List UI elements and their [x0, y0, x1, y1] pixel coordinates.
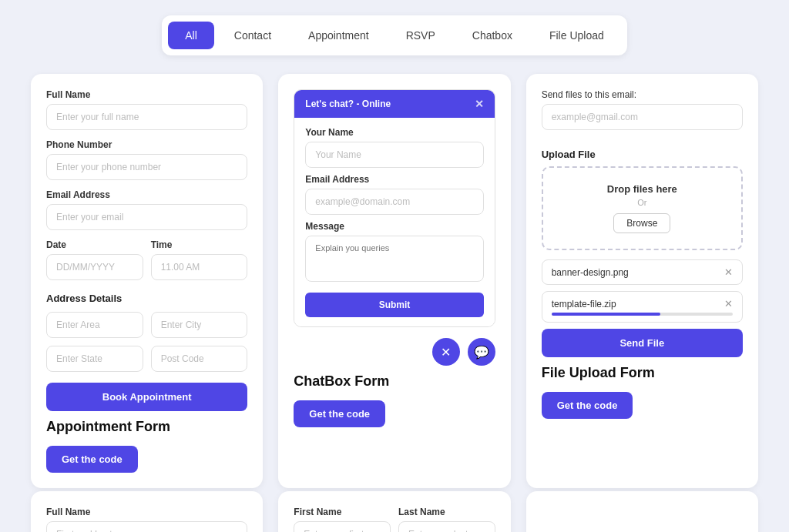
tab-chatbox[interactable]: Chatbox — [455, 22, 529, 49]
chatbox-body: Your Name Email Address Message Submit — [294, 118, 494, 326]
bottom-fullname-input[interactable] — [46, 521, 247, 532]
bottom-firstname-input[interactable] — [294, 521, 391, 532]
progress-bar-bg — [552, 313, 733, 316]
chatbox-close-bubble[interactable]: ✕ — [432, 338, 460, 366]
email-input[interactable] — [46, 204, 247, 230]
chatbox-message-input[interactable] — [305, 236, 483, 282]
chat-icon: 💬 — [474, 345, 489, 360]
phone-label: Phone Number — [46, 139, 247, 150]
tab-appointment[interactable]: Appointment — [291, 22, 386, 49]
chatbox-widget: Let's chat? - Online ✕ Your Name Email A… — [294, 89, 495, 327]
chatbox-message-label: Message — [305, 221, 483, 232]
bottom-name-row: First Name Last Name — [294, 507, 495, 532]
tab-bar: All Contact Appointment RSVP Chatbox Fil… — [31, 15, 758, 55]
chatbox-name-input[interactable] — [305, 142, 483, 168]
fileupload-get-code-button[interactable]: Get the code — [542, 392, 633, 419]
state-postcode-row — [46, 346, 247, 372]
book-appointment-button[interactable]: Book Appointment — [46, 383, 247, 411]
fileupload-form-title: File Upload Form — [542, 365, 743, 381]
area-city-row — [46, 312, 247, 338]
bottom-card-1: Full Name Email Address — [31, 491, 263, 532]
date-label: Date — [46, 239, 143, 250]
browse-button[interactable]: Browse — [613, 213, 670, 233]
send-email-input[interactable] — [542, 104, 743, 130]
appointment-get-code-button[interactable]: Get the code — [46, 446, 138, 473]
cards-grid: Full Name Phone Number Email Address Dat… — [31, 74, 758, 488]
bottom-fullname-label: Full Name — [46, 507, 247, 517]
drop-zone[interactable]: Drop files here Or Browse — [542, 166, 743, 250]
chatbox-header: Let's chat? - Online ✕ — [294, 90, 494, 118]
address-section-title: Address Details — [46, 293, 247, 304]
send-file-button[interactable]: Send File — [542, 329, 743, 357]
chatbox-email-label: Email Address — [305, 174, 483, 185]
date-time-row: Date Time — [46, 239, 247, 289]
x-icon: ✕ — [441, 345, 451, 360]
phone-input[interactable] — [46, 154, 247, 180]
date-input[interactable] — [46, 254, 143, 280]
appointment-card: Full Name Phone Number Email Address Dat… — [31, 74, 263, 488]
chatbox-name-label: Your Name — [305, 127, 483, 138]
state-input[interactable] — [46, 346, 143, 372]
file2-remove-icon[interactable]: ✕ — [724, 298, 733, 309]
email-label: Email Address — [46, 189, 247, 200]
tab-container: All Contact Appointment RSVP Chatbox Fil… — [162, 15, 627, 55]
tab-all[interactable]: All — [168, 22, 214, 49]
progress-bar-fill — [552, 313, 660, 316]
area-input[interactable] — [46, 312, 143, 338]
bottom-firstname-label: First Name — [294, 507, 391, 517]
page-wrapper: All Contact Appointment RSVP Chatbox Fil… — [0, 0, 789, 532]
chatbox-bubbles: ✕ 💬 — [294, 338, 495, 366]
chatbox-form-title: ChatBox Form — [294, 373, 495, 390]
fullname-input[interactable] — [46, 104, 247, 130]
postcode-input[interactable] — [151, 346, 248, 372]
file-item-2: template-file.zip ✕ — [542, 291, 743, 323]
appointment-form-title: Appointment Form — [46, 419, 247, 435]
fileupload-card: Send files to this email: Upload File Dr… — [526, 74, 758, 488]
chatbox-close-icon[interactable]: ✕ — [475, 98, 484, 110]
chatbox-card: Let's chat? - Online ✕ Your Name Email A… — [278, 74, 510, 488]
time-input[interactable] — [151, 254, 248, 280]
chatbox-header-title: Let's chat? - Online — [305, 99, 391, 109]
chatbox-chat-bubble[interactable]: 💬 — [468, 338, 495, 366]
drop-or-text: Or — [559, 198, 726, 207]
file1-remove-icon[interactable]: ✕ — [724, 266, 733, 278]
time-label: Time — [151, 239, 248, 250]
bottom-card-3 — [526, 491, 758, 532]
bottom-grid: Full Name Email Address First Name Last … — [31, 491, 758, 532]
file-item-1: banner-design.png ✕ — [542, 259, 743, 285]
bottom-lastname-input[interactable] — [398, 521, 495, 532]
chatbox-email-input[interactable] — [305, 189, 483, 215]
chatbox-get-code-button[interactable]: Get the code — [294, 400, 385, 427]
send-email-label: Send files to this email: — [542, 89, 743, 100]
tab-file-upload[interactable]: File Upload — [532, 22, 621, 49]
tab-rsvp[interactable]: RSVP — [389, 22, 452, 49]
drop-files-text: Drop files here — [559, 183, 726, 195]
tab-contact[interactable]: Contact — [217, 22, 288, 49]
chatbox-submit-button[interactable]: Submit — [305, 293, 483, 317]
bottom-lastname-label: Last Name — [398, 507, 495, 517]
upload-file-title: Upload File — [542, 149, 743, 160]
bottom-card-2: First Name Last Name — [278, 491, 510, 532]
file2-name: template-file.zip — [552, 299, 616, 309]
file1-name: banner-design.png — [552, 267, 629, 278]
city-input[interactable] — [151, 312, 248, 338]
fullname-label: Full Name — [46, 89, 247, 100]
